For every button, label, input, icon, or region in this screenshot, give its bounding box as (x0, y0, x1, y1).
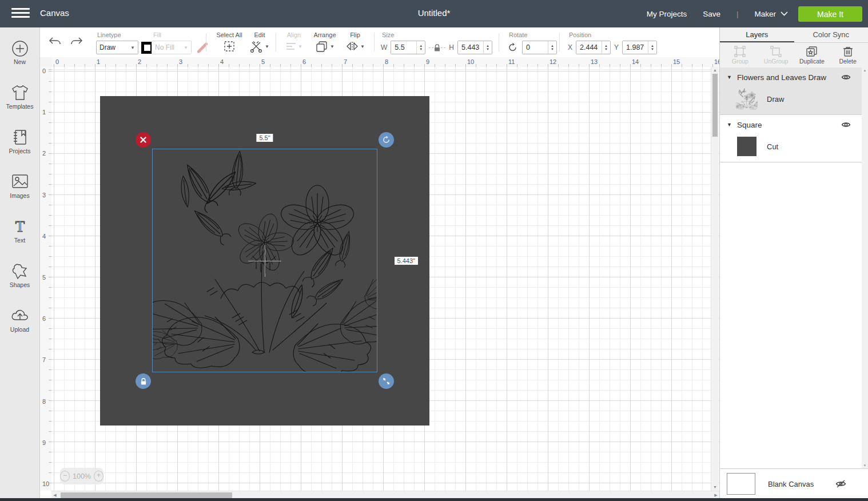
arrange-icon (315, 40, 329, 53)
height-stepper[interactable]: ▲▼ (483, 41, 492, 54)
linetype-dropdown[interactable]: Draw▼ (96, 41, 138, 54)
canvas-color-swatch[interactable] (727, 473, 755, 495)
rotate-field: ▲▼ (522, 41, 557, 54)
layer-group-square[interactable]: ▼ Square Cut (720, 115, 868, 162)
flip-menu-button[interactable]: Flip ▼ (343, 27, 367, 54)
sidebar-item-new[interactable]: New (0, 34, 39, 79)
layers-panel: Layers Color Sync Group UnGroup Duplicat… (719, 27, 868, 498)
scroll-down-arrow[interactable]: ▼ (862, 464, 868, 467)
layer-list: ▼ Flowers and Leaves Draw Draw ▼ Square (720, 67, 868, 468)
ruler-horizontal: 012345678910111213141516 (51, 57, 719, 67)
lock-handle[interactable] (136, 373, 151, 389)
header-divider: | (736, 10, 739, 18)
sidebar-item-text[interactable]: T Text (0, 213, 39, 257)
ruler-number: 13 (591, 58, 598, 65)
layer-item-draw[interactable]: Draw (720, 87, 868, 114)
layer-group-name: Square (737, 121, 841, 129)
select-all-button[interactable]: Select All (213, 27, 246, 54)
layer-operation-label: Draw (767, 95, 784, 104)
close-icon (140, 137, 146, 143)
layer-group-header[interactable]: ▼ Square (720, 115, 868, 134)
ruler-number: 4 (42, 233, 46, 240)
rotate-stepper[interactable]: ▲▼ (548, 41, 556, 54)
align-icon (285, 42, 297, 51)
tab-color-sync[interactable]: Color Sync (794, 27, 868, 42)
arrange-menu-button[interactable]: Arrange ▼ (309, 27, 341, 54)
zoom-in-button[interactable]: + (94, 471, 103, 482)
height-input[interactable] (458, 41, 483, 54)
rotate-handle[interactable] (379, 132, 394, 148)
shapes-star-icon (0, 263, 39, 281)
zoom-level: 100% (73, 472, 91, 480)
layer-group-name: Flowers and Leaves Draw (737, 73, 841, 82)
ruler-number: 3 (179, 58, 182, 65)
chevron-down-icon[interactable]: ▼ (727, 74, 732, 80)
y-stepper[interactable]: ▲▼ (648, 41, 656, 54)
sidebar-item-templates[interactable]: Templates (0, 79, 39, 124)
vertical-scrollbar[interactable]: ▲ ▼ (711, 67, 719, 491)
ruler-number: 5 (261, 58, 265, 65)
ruler-number: 2 (138, 58, 141, 65)
x-stepper[interactable]: ▲▼ (602, 41, 610, 54)
layer-group-flowers[interactable]: ▼ Flowers and Leaves Draw Draw (720, 67, 868, 115)
size-label: Size (382, 31, 394, 38)
sidebar-item-shapes[interactable]: Shapes (0, 257, 39, 302)
width-stepper[interactable]: ▲▼ (416, 41, 425, 54)
rotate-input[interactable] (523, 41, 548, 54)
aspect-lock-icon[interactable] (429, 43, 445, 52)
edit-scissors-icon (250, 40, 264, 53)
machine-selector[interactable]: Maker (754, 10, 788, 18)
ungroup-icon (770, 46, 782, 57)
sidebar-item-images[interactable]: Images (0, 168, 39, 213)
sidebar-item-projects[interactable]: Projects (0, 124, 39, 168)
layer-item-cut[interactable]: Cut (720, 134, 868, 162)
layer-list-scrollbar[interactable]: ▲ ▼ (862, 67, 868, 468)
redo-icon[interactable] (70, 36, 83, 47)
visibility-eye-icon[interactable] (841, 74, 851, 81)
duplicate-icon (806, 46, 818, 57)
fill-label: Fill (153, 31, 161, 38)
edit-menu-button[interactable]: Edit ▼ (248, 27, 271, 54)
chevron-down-icon (781, 11, 788, 16)
ruler-number: 5 (42, 274, 46, 281)
undo-icon[interactable] (48, 36, 62, 47)
save-link[interactable]: Save (703, 10, 720, 18)
delete-button[interactable]: Delete (831, 46, 865, 65)
vertical-scroll-thumb[interactable] (712, 74, 718, 137)
rotate-icon (508, 42, 518, 53)
scroll-up-arrow[interactable]: ▲ (862, 69, 868, 72)
resize-handle[interactable] (379, 373, 394, 389)
visibility-eye-off-icon[interactable] (835, 480, 846, 488)
chevron-down-icon[interactable]: ▼ (727, 122, 732, 128)
ruler-number: 6 (42, 315, 46, 322)
scroll-down-arrow[interactable]: ▼ (711, 484, 719, 491)
ruler-number: 3 (42, 192, 46, 198)
height-field: ▲▼ (457, 41, 492, 54)
x-axis-label: X (568, 43, 572, 51)
delete-handle[interactable] (136, 132, 151, 148)
tab-layers[interactable]: Layers (720, 27, 794, 42)
my-projects-link[interactable]: My Projects (647, 10, 687, 18)
selection-bounding-box[interactable]: 5.5" 5.443" (152, 149, 377, 372)
ruler-number: 7 (344, 58, 347, 65)
canvas-grid[interactable]: 5.5" 5.443" (51, 67, 719, 491)
zoom-out-button[interactable]: − (60, 471, 70, 482)
selection-width-label: 5.5" (256, 134, 273, 142)
duplicate-button[interactable]: Duplicate (795, 46, 829, 65)
ruler-number: 6 (302, 58, 306, 65)
ruler-number: 1 (42, 109, 46, 116)
group-button: Group (723, 46, 756, 65)
horizontal-scroll-thumb[interactable] (61, 492, 232, 498)
y-position-input[interactable] (623, 41, 648, 54)
visibility-eye-icon[interactable] (841, 121, 851, 128)
x-position-input[interactable] (576, 41, 602, 54)
layer-group-header[interactable]: ▼ Flowers and Leaves Draw (720, 67, 868, 87)
scroll-up-arrow[interactable]: ▲ (711, 67, 719, 74)
make-it-button[interactable]: Make It (798, 6, 862, 22)
ruler-number: 0 (42, 67, 46, 74)
ruler-number: 9 (42, 439, 46, 446)
ruler-number: 7 (42, 356, 46, 363)
sidebar-item-upload[interactable]: Upload (0, 302, 39, 347)
width-input[interactable] (391, 41, 416, 54)
ruler-number: 1 (97, 58, 100, 65)
